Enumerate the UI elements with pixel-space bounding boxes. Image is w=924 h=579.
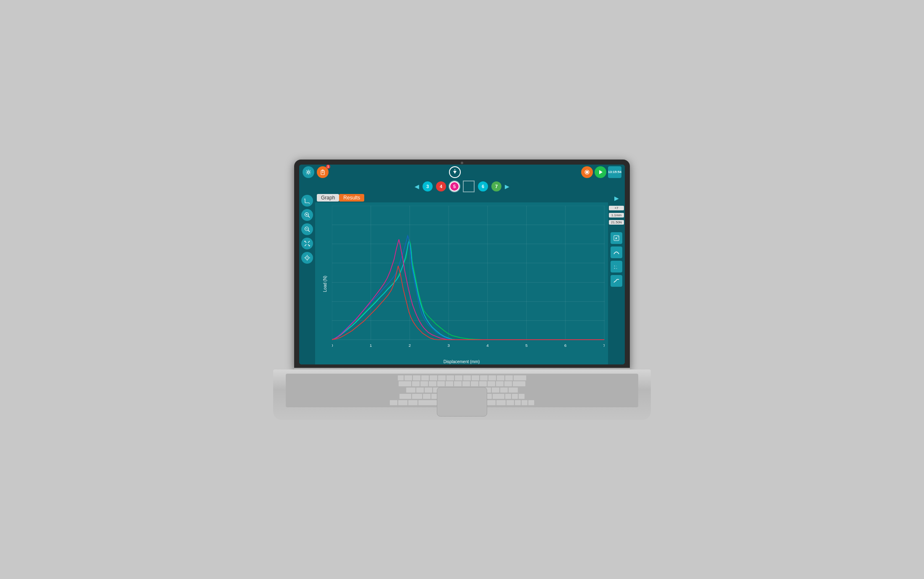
svg-line-15 <box>308 216 310 217</box>
chart-svg: 0 5 10 15 20 25 30 35 0 1 2 3 <box>332 206 605 356</box>
svg-text:A: A <box>615 237 617 240</box>
svg-marker-5 <box>453 171 457 174</box>
top-bar-left: 1 <box>303 166 329 178</box>
laptop-container: 1 <box>273 160 651 420</box>
settings-button[interactable] <box>303 166 314 178</box>
crosshair-button[interactable] <box>301 252 313 264</box>
sample-5-tab[interactable]: 5 <box>449 181 459 191</box>
svg-text:5: 5 <box>525 343 527 348</box>
graph-tab[interactable]: Graph <box>317 194 339 202</box>
zoom-in-button[interactable] <box>301 209 313 221</box>
play-button[interactable] <box>595 166 606 178</box>
measurement-mm: 1.1mm <box>609 213 624 217</box>
text-annotation-button[interactable]: A <box>611 232 622 244</box>
y-axis-label: Load (N) <box>323 276 327 292</box>
graph-tabs: Graph Results <box>315 193 608 202</box>
svg-line-23 <box>305 244 306 246</box>
tab-nav: ◀ 3 4 5 6 7 ▶ <box>299 180 625 193</box>
selected-indicator <box>463 181 475 192</box>
curve-tool-button[interactable] <box>611 246 622 258</box>
svg-line-24 <box>308 241 310 243</box>
svg-marker-9 <box>599 170 603 174</box>
timer-value: 13:15:54 <box>608 170 621 174</box>
svg-text:0: 0 <box>332 343 333 348</box>
record-button[interactable] <box>581 166 593 178</box>
top-bar-center <box>449 166 461 178</box>
zoom-out-button[interactable] <box>301 223 313 235</box>
sample-4-tab[interactable]: 4 <box>436 181 446 191</box>
laptop-base <box>273 369 651 420</box>
top-bar-right: 13:15:54 <box>581 166 621 178</box>
trackpad[interactable] <box>437 387 487 417</box>
svg-text:x: x <box>308 202 310 204</box>
results-tab[interactable]: Results <box>339 194 364 202</box>
badge: 1 <box>326 165 330 169</box>
measurement-offset: +7 <box>609 206 624 210</box>
chart-container: Load (N) <box>315 202 608 364</box>
left-sidebar: y x <box>299 193 315 364</box>
right-sidebar: ▶ +7 1.1mm 21.50N A <box>608 193 625 364</box>
svg-text:7: 7 <box>603 343 605 348</box>
svg-point-30 <box>307 257 308 258</box>
graph-area: Graph Results Load (N) <box>315 193 608 364</box>
prev-sample-arrow[interactable]: ◀ <box>415 183 419 190</box>
svg-text:×: × <box>614 267 615 270</box>
svg-text:3: 3 <box>447 343 449 348</box>
next-sample-arrow[interactable]: ▶ <box>505 183 509 190</box>
camera <box>461 162 463 164</box>
svg-text:y: y <box>304 197 305 200</box>
expand-button[interactable] <box>301 238 313 249</box>
top-bar: 1 <box>299 165 625 180</box>
svg-text:6: 6 <box>564 343 566 348</box>
screen: 1 <box>299 165 625 364</box>
svg-point-0 <box>308 171 310 173</box>
measurement-n: 21.50N <box>609 220 624 225</box>
line-tool-button[interactable] <box>611 275 622 287</box>
collapse-arrow[interactable]: ▶ <box>614 195 619 202</box>
axis-button[interactable]: y x <box>301 195 313 207</box>
clipboard-button[interactable]: 1 <box>317 166 329 178</box>
sample-3-tab[interactable]: 3 <box>423 181 433 191</box>
sample-7-tab[interactable]: 7 <box>491 181 501 191</box>
main-area: y x <box>299 193 625 364</box>
calculator-button[interactable]: + - × ÷ <box>611 261 622 272</box>
downforce-icon <box>449 166 461 178</box>
timer-button[interactable]: 13:15:54 <box>608 166 621 178</box>
screen-bezel: 1 <box>294 160 630 369</box>
svg-rect-35 <box>332 206 605 356</box>
svg-text:4: 4 <box>486 343 489 348</box>
x-axis-label: Displacement (mm) <box>444 359 480 364</box>
svg-point-8 <box>586 171 588 173</box>
svg-line-19 <box>308 230 310 232</box>
sample-6-tab[interactable]: 6 <box>478 181 488 191</box>
svg-text:2: 2 <box>409 343 411 348</box>
svg-text:÷: ÷ <box>616 267 617 270</box>
svg-text:1: 1 <box>370 343 372 348</box>
